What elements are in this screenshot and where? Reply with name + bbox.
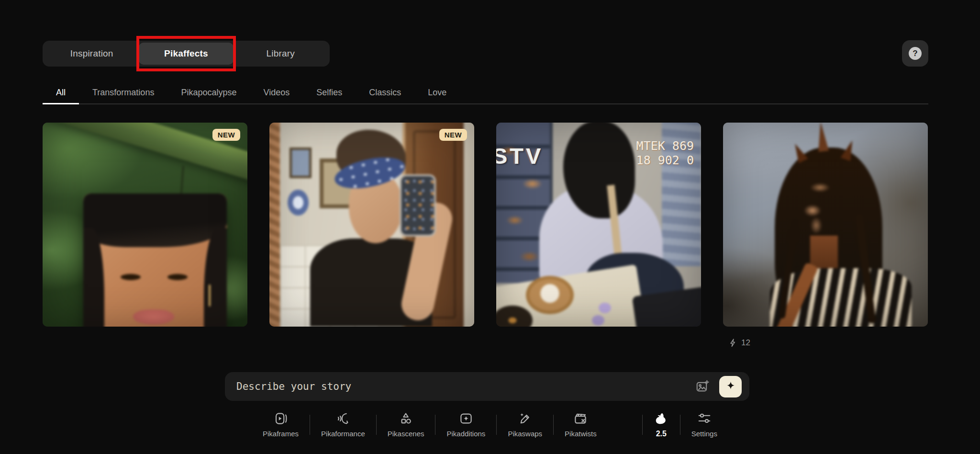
filter-tab-pikapocalypse[interactable]: Pikapocalypse <box>167 82 250 104</box>
tool-label: Pikaframes <box>263 430 299 438</box>
generate-button[interactable] <box>719 376 742 397</box>
swaps-icon <box>518 411 532 426</box>
model-version-label: 2.5 <box>656 430 667 438</box>
effects-gallery: NEW NEW <box>43 123 928 327</box>
rabbit-icon <box>654 411 669 426</box>
tool-label: Pikascenes <box>388 430 424 438</box>
cctv-timestamp-line2: 18 902 0 <box>636 153 694 168</box>
sparkle-icon <box>724 380 737 393</box>
sliders-icon <box>697 411 712 426</box>
art-face-cube <box>83 193 227 327</box>
tab-library[interactable]: Library <box>234 43 328 65</box>
cctv-timestamp-line1: MTEK 869 <box>636 139 694 153</box>
art-eye <box>167 274 188 280</box>
art-picture-frame <box>290 148 312 178</box>
tab-pikaffects[interactable]: Pikaffects <box>139 43 233 65</box>
art-face <box>791 163 854 245</box>
additions-icon <box>459 411 473 426</box>
tool-pikadditions[interactable]: Pikadditions <box>435 411 496 438</box>
help-button[interactable]: ? <box>902 40 928 67</box>
add-image-button[interactable] <box>694 378 711 395</box>
model-selector[interactable]: 2.5 <box>643 411 680 438</box>
tool-pikaswaps[interactable]: Pikaswaps <box>497 411 553 438</box>
filter-tab-videos[interactable]: Videos <box>250 82 303 104</box>
pika-app: Inspiration Pikaffects Library ? All Tra… <box>0 0 980 454</box>
tool-settings[interactable]: Settings <box>680 411 728 438</box>
tool-label: Settings <box>691 430 717 438</box>
effect-card-cube-face[interactable]: NEW <box>43 123 247 327</box>
performance-icon <box>336 411 350 426</box>
art-spike <box>815 123 829 152</box>
effect-card-cctv[interactable]: STV MTEK 869 18 902 0 <box>496 123 701 327</box>
tab-inspiration[interactable]: Inspiration <box>45 43 139 65</box>
tool-label: Pikaswaps <box>508 430 542 438</box>
credits-value: 12 <box>741 338 750 348</box>
question-mark-icon: ? <box>909 47 922 60</box>
card-art-bronze <box>723 123 928 327</box>
art-hair <box>83 193 227 247</box>
cctv-station-text: STV <box>496 143 543 169</box>
filter-tab-transformations[interactable]: Transformations <box>79 82 167 104</box>
effect-card-bronze-figure[interactable] <box>723 123 928 327</box>
image-add-icon <box>695 379 710 394</box>
prompt-input[interactable] <box>236 381 694 392</box>
prompt-bar <box>225 372 749 401</box>
card-art-jungle <box>43 123 247 327</box>
art-basket <box>526 276 574 314</box>
credits-counter: 12 <box>728 338 750 348</box>
art-phone <box>400 174 436 237</box>
art-eye <box>121 274 141 280</box>
effect-card-mirror-selfie[interactable]: NEW <box>269 123 474 327</box>
tool-pikaformance[interactable]: Pikaformance <box>310 411 376 438</box>
art-hair <box>204 228 227 327</box>
lightning-icon <box>728 338 738 348</box>
tools-toolbar: Pikaframes Pikaformance <box>0 411 980 438</box>
tool-pikatwists[interactable]: Pikatwists <box>554 411 608 438</box>
art-macarons <box>599 303 611 313</box>
tool-pikaframes[interactable]: Pikaframes <box>252 411 310 438</box>
new-badge: NEW <box>439 129 467 141</box>
twists-icon <box>573 411 588 426</box>
filter-tab-selfies[interactable]: Selfies <box>303 82 356 104</box>
tool-label: Pikadditions <box>446 430 485 438</box>
frames-icon <box>274 411 288 426</box>
filter-tab-love[interactable]: Love <box>414 82 460 104</box>
tool-pikascenes[interactable]: Pikascenes <box>377 411 435 438</box>
cctv-timestamp: MTEK 869 18 902 0 <box>636 139 694 168</box>
filter-tab-classics[interactable]: Classics <box>356 82 414 104</box>
new-badge: NEW <box>212 129 240 141</box>
header-tab-bar: Inspiration Pikaffects Library <box>43 41 330 67</box>
filter-tab-bar: All Transformations Pikapocalypse Videos… <box>43 82 928 104</box>
art-lips <box>133 309 174 325</box>
filter-tab-all[interactable]: All <box>43 82 79 104</box>
scenes-icon <box>399 411 413 426</box>
tool-label: Pikaformance <box>321 430 365 438</box>
art-earring <box>209 284 211 306</box>
card-art-selfie <box>269 123 474 327</box>
art-mirror-frame <box>269 123 280 327</box>
tool-label: Pikatwists <box>565 430 597 438</box>
art-plate <box>288 190 309 216</box>
